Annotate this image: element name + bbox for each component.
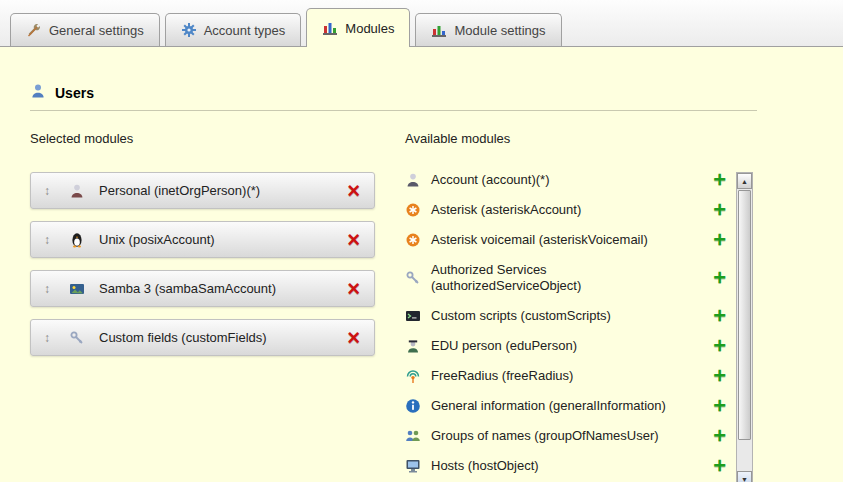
selected-module-unix[interactable]: ↕ Unix (posixAccount) × xyxy=(30,221,375,258)
users-section-header: Users xyxy=(30,83,843,103)
add-icon[interactable]: + xyxy=(713,338,726,354)
module-settings-chart-icon xyxy=(431,22,447,38)
info-icon xyxy=(405,398,421,414)
selected-module-personal[interactable]: ↕ Personal (inetOrgPerson)(*) × xyxy=(30,172,375,209)
section-divider xyxy=(30,110,757,111)
selected-module-label: Unix (posixAccount) xyxy=(99,232,215,247)
available-module-asterisk: Asterisk (asteriskAccount) + xyxy=(405,202,736,218)
available-modules-scrollbar[interactable]: ▲ ▼ xyxy=(736,172,753,482)
available-modules-column: Available modules Account (account)(*) + xyxy=(405,131,753,482)
tab-label: Module settings xyxy=(454,23,545,38)
available-module-label: Account (account)(*) xyxy=(431,172,683,188)
available-module-edu-person: EDU person (eduPerson) + xyxy=(405,338,736,354)
selected-module-label: Custom fields (customFields) xyxy=(99,330,267,345)
modules-tab-content: Users Selected modules ↕ Personal (inetO… xyxy=(0,47,843,482)
drag-handle-icon[interactable]: ↕ xyxy=(39,331,55,345)
available-module-label: Hosts (hostObject) xyxy=(431,458,683,474)
available-module-groups-of-names: Groups of names (groupOfNamesUser) + xyxy=(405,428,736,444)
scrollbar-track[interactable] xyxy=(737,441,752,471)
available-module-general-information: General information (generalInformation)… xyxy=(405,398,736,414)
tab-label: Modules xyxy=(345,21,394,36)
scroll-up-icon[interactable]: ▲ xyxy=(737,173,752,189)
available-module-authorized-services: Authorized Services (authorizedServiceOb… xyxy=(405,262,736,294)
wrench-icon xyxy=(26,22,42,38)
add-icon[interactable]: + xyxy=(713,428,726,444)
add-icon[interactable]: + xyxy=(713,202,726,218)
tab-account-types[interactable]: Account types xyxy=(165,13,302,46)
host-monitor-icon xyxy=(405,458,421,474)
asterisk-icon xyxy=(405,232,421,248)
available-module-hosts: Hosts (hostObject) + xyxy=(405,458,736,474)
add-icon[interactable]: + xyxy=(713,458,726,474)
terminal-icon xyxy=(405,308,421,324)
available-module-label: General information (generalInformation) xyxy=(431,398,683,414)
tab-general-settings[interactable]: General settings xyxy=(10,13,160,46)
delete-icon[interactable]: × xyxy=(347,183,360,199)
account-person-icon xyxy=(405,172,421,188)
penguin-icon xyxy=(69,232,85,248)
selected-modules-heading: Selected modules xyxy=(30,131,375,146)
available-module-label: EDU person (eduPerson) xyxy=(431,338,683,354)
tools-keys-icon xyxy=(69,330,85,346)
tab-module-settings[interactable]: Module settings xyxy=(415,13,561,46)
drag-handle-icon[interactable]: ↕ xyxy=(39,282,55,296)
user-icon xyxy=(30,83,46,103)
add-icon[interactable]: + xyxy=(713,308,726,324)
selected-module-samba[interactable]: ↕ Samba 3 (sambaSamAccount) × xyxy=(30,270,375,307)
available-module-label: FreeRadius (freeRadius) xyxy=(431,368,683,384)
modules-chart-icon xyxy=(322,20,338,36)
available-module-custom-scripts: Custom scripts (customScripts) + xyxy=(405,308,736,324)
asterisk-icon xyxy=(405,202,421,218)
available-modules-list-wrap: Account (account)(*) + xyxy=(405,172,753,482)
samba-picture-icon xyxy=(69,281,85,297)
add-icon[interactable]: + xyxy=(713,270,726,286)
gear-icon xyxy=(181,22,197,38)
available-module-label: Asterisk voicemail (asteriskVoicemail) xyxy=(431,232,683,248)
selected-modules-column: Selected modules ↕ Personal (inetOrgPers… xyxy=(30,131,375,482)
available-module-asterisk-voicemail: Asterisk voicemail (asteriskVoicemail) + xyxy=(405,232,736,248)
add-icon[interactable]: + xyxy=(713,368,726,384)
tab-label: Account types xyxy=(204,23,286,38)
scrollbar-thumb[interactable] xyxy=(738,190,751,440)
drag-handle-icon[interactable]: ↕ xyxy=(39,184,55,198)
available-module-freeradius: FreeRadius (freeRadius) + xyxy=(405,368,736,384)
tab-modules[interactable]: Modules xyxy=(306,8,410,47)
section-title: Users xyxy=(55,85,94,101)
selected-module-label: Personal (inetOrgPerson)(*) xyxy=(99,183,260,198)
available-modules-heading: Available modules xyxy=(405,131,753,146)
edu-person-icon xyxy=(405,338,421,354)
person-icon xyxy=(69,183,85,199)
keys-icon xyxy=(405,270,421,286)
selected-module-custom-fields[interactable]: ↕ Custom fields (customFields) × xyxy=(30,319,375,356)
tab-label: General settings xyxy=(49,23,144,38)
delete-icon[interactable]: × xyxy=(347,232,360,248)
drag-handle-icon[interactable]: ↕ xyxy=(39,233,55,247)
delete-icon[interactable]: × xyxy=(347,281,360,297)
selected-module-label: Samba 3 (sambaSamAccount) xyxy=(99,281,276,296)
available-modules-list: Account (account)(*) + xyxy=(405,172,736,482)
antenna-icon xyxy=(405,368,421,384)
tab-bar: General settings Account types xyxy=(0,0,843,47)
available-module-account: Account (account)(*) + xyxy=(405,172,736,188)
delete-icon[interactable]: × xyxy=(347,330,360,346)
add-icon[interactable]: + xyxy=(713,172,726,188)
scroll-down-icon[interactable]: ▼ xyxy=(737,471,752,482)
available-module-label: Custom scripts (customScripts) xyxy=(431,308,683,324)
modules-columns: Selected modules ↕ Personal (inetOrgPers… xyxy=(30,131,843,482)
add-icon[interactable]: + xyxy=(713,232,726,248)
group-icon xyxy=(405,428,421,444)
available-module-label: Asterisk (asteriskAccount) xyxy=(431,202,683,218)
add-icon[interactable]: + xyxy=(713,398,726,414)
available-module-label: Authorized Services (authorizedServiceOb… xyxy=(431,262,683,294)
available-module-label: Groups of names (groupOfNamesUser) xyxy=(431,428,683,444)
